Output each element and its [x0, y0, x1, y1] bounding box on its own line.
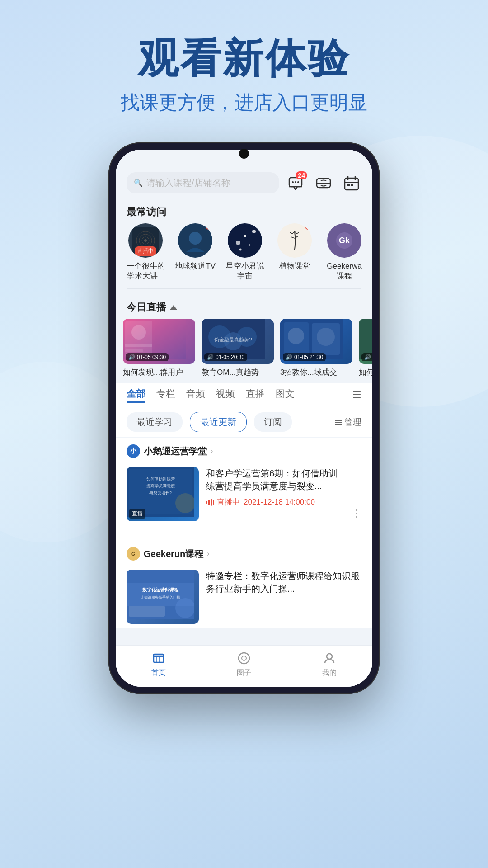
sort-tab-subscribe[interactable]: 订阅: [254, 412, 292, 432]
live-item-3[interactable]: 🔊01-05 21:30 3招教你...域成交: [280, 319, 352, 377]
freq-avatar-5: Gk: [327, 223, 361, 258]
freq-name-4: 植物课堂: [279, 261, 310, 271]
freq-item-2[interactable]: 地球频道TV: [173, 223, 218, 281]
filter-tab-all[interactable]: 全部: [127, 387, 145, 403]
svg-text:提高学员满意度: 提高学员满意度: [146, 484, 175, 488]
svg-text:让知识服务新手的入门操: 让知识服务新手的入门操: [141, 595, 180, 599]
freq-name-1: 一个很牛的学术大讲...: [127, 261, 165, 281]
svg-point-20: [252, 230, 256, 233]
search-placeholder: 请输入课程/店铺名称: [146, 177, 230, 189]
nav-home[interactable]: 首页: [116, 650, 201, 678]
phone-device: 🔍 请输入课程/店铺名称 24: [108, 142, 380, 694]
freq-avatar-1: 直播中: [128, 223, 163, 258]
svg-rect-32: [125, 344, 152, 347]
calendar-button[interactable]: [342, 173, 361, 193]
manage-label: 管理: [344, 416, 361, 428]
filter-tab-column[interactable]: 专栏: [156, 387, 175, 403]
content-more-1[interactable]: ⋮: [352, 467, 361, 521]
filter-tab-audio[interactable]: 音频: [186, 387, 205, 403]
manage-icon: [334, 418, 343, 426]
mask-icon: [315, 175, 332, 191]
sort-tab-update[interactable]: 最近更新: [190, 412, 247, 432]
live-item-1[interactable]: 🔊01-05 09:30 如何发现...群用户: [123, 319, 195, 377]
content-source-header-1[interactable]: 小 小鹅通运营学堂 ›: [116, 438, 372, 462]
live-thumb-3: 🔊01-05 21:30: [280, 319, 352, 364]
freq-item-3[interactable]: 星空小君说宇宙: [222, 223, 267, 281]
app-content: 🔍 请输入课程/店铺名称 24: [116, 150, 372, 687]
dot-indicator-2: [206, 225, 211, 230]
live-item-2[interactable]: 伪金融是真趋势? 🔊01-05 20:30 教育OM...真趋势: [202, 319, 274, 377]
freq-item-1[interactable]: 直播中 一个很牛的学术大讲...: [123, 223, 168, 281]
frequent-section-title: 最常访问: [116, 199, 372, 223]
live-thumb-4: 🔊01-05: [359, 319, 372, 364]
mask-button[interactable]: [314, 173, 333, 193]
svg-text:伪金融是真趋势?: 伪金融是真趋势?: [214, 337, 252, 342]
today-live-header: 今日直播: [116, 296, 372, 319]
filter-more-icon[interactable]: ☰: [352, 389, 361, 401]
frequent-list: 直播中 一个很牛的学术大讲...: [116, 223, 372, 281]
svg-rect-33: [125, 349, 143, 352]
home-icon: [150, 650, 167, 666]
content-card-1[interactable]: 如何借助训练营 提高学员满意度 与裂变增长? 直播 和客户学运营第6期：如何借: [116, 462, 372, 526]
top-icons: 24: [286, 173, 361, 193]
sort-tabs: 最近学习 最近更新 订阅 管理: [116, 407, 372, 437]
freq-avatar-2: [178, 223, 212, 258]
source-icon-1: 小: [127, 444, 140, 458]
svg-rect-25: [281, 227, 308, 254]
content-card-2[interactable]: 数字化运营师课程 让知识服务新手的入门操 特邀专栏：数字化运营师课程给知识服务行…: [116, 565, 372, 628]
sub-title: 找课更方便，进店入口更明显: [0, 90, 488, 115]
live-item-4[interactable]: 🔊01-05 如何运...: [359, 319, 372, 377]
circle-icon: [236, 650, 252, 666]
svg-rect-58: [213, 500, 214, 505]
nav-home-label: 首页: [151, 668, 166, 678]
content-title-2: 特邀专栏：数字化运营师课程给知识服务行业新手的入门操...: [206, 570, 361, 595]
svg-point-43: [317, 328, 335, 346]
svg-rect-56: [208, 500, 210, 505]
search-box[interactable]: 🔍 请输入课程/店铺名称: [127, 172, 279, 193]
nav-circle[interactable]: 圈子: [201, 650, 286, 678]
dot-indicator-4: [305, 225, 310, 230]
live-title-1: 如何发现...群用户: [123, 368, 195, 377]
live-title-3: 3招教你...域成交: [280, 368, 352, 377]
svg-text:G: G: [131, 552, 135, 557]
live-status-1: 直播中: [206, 497, 240, 507]
source-arrow-1: ›: [211, 447, 213, 455]
svg-point-65: [175, 598, 194, 618]
search-icon: 🔍: [134, 179, 143, 187]
freq-item-4[interactable]: 植物课堂: [272, 223, 317, 281]
message-button[interactable]: 24: [286, 173, 305, 193]
manage-button[interactable]: 管理: [334, 416, 361, 428]
svg-text:Gk: Gk: [339, 236, 350, 245]
svg-point-2: [295, 181, 296, 183]
content-info-2: 特邀专栏：数字化运营师课程给知识服务行业新手的入门操...: [206, 570, 361, 624]
freq-avatar-4: [277, 223, 312, 258]
bottom-nav: 首页 圈子: [116, 645, 372, 687]
content-thumb-2: 数字化运营师课程 让知识服务新手的入门操: [127, 570, 199, 624]
message-badge: 24: [296, 171, 307, 179]
nav-circle-label: 圈子: [237, 668, 251, 678]
filter-tabs: 全部 专栏 音频 视频 直播 图文 ☰: [116, 383, 372, 407]
scroll-area[interactable]: 最常访问: [116, 199, 372, 687]
live-thumb-2: 伪金融是真趋势? 🔊01-05 20:30: [202, 319, 274, 364]
content-title-1: 和客户学运营第6期：如何借助训练营提高学员满意度与裂变...: [206, 467, 344, 492]
geekerun-icon: G: [128, 548, 139, 559]
svg-point-22: [236, 241, 240, 245]
svg-text:数字化运营师课程: 数字化运营师课程: [142, 587, 179, 592]
svg-point-72: [239, 653, 249, 664]
svg-point-23: [249, 244, 250, 246]
svg-point-21: [244, 235, 246, 237]
filter-tab-imgtext[interactable]: 图文: [276, 387, 295, 403]
collapse-icon[interactable]: [170, 305, 177, 310]
nav-mine[interactable]: 我的: [287, 650, 372, 678]
live-title-2: 教育OM...真趋势: [202, 368, 274, 377]
svg-point-74: [327, 654, 332, 659]
sort-tab-recent[interactable]: 最近学习: [127, 412, 183, 432]
filter-tab-video[interactable]: 视频: [216, 387, 235, 403]
content-source-header-2[interactable]: G Geekerun课程 ›: [116, 541, 372, 565]
freq-item-5[interactable]: Gk Geekerwa课程: [322, 223, 367, 281]
svg-point-31: [131, 325, 146, 340]
content-date-1: 2021-12-18 14:00:00: [244, 498, 315, 507]
source-name-1: 小鹅通运营学堂: [144, 445, 207, 458]
source-arrow-2: ›: [207, 550, 209, 558]
filter-tab-live[interactable]: 直播: [246, 387, 265, 403]
